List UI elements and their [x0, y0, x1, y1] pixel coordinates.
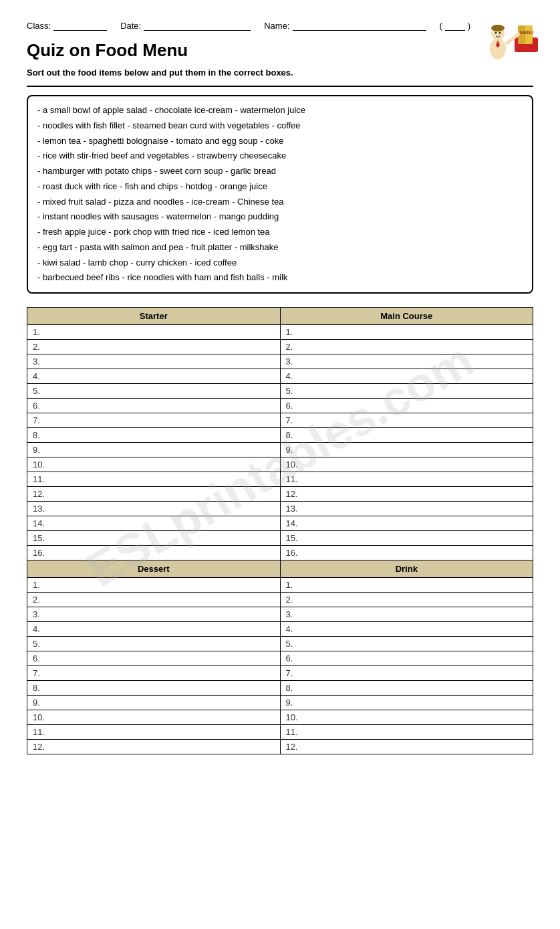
date-field: Date: [120, 20, 251, 31]
svg-point-8 [499, 32, 501, 34]
starter-row[interactable]: 12. [27, 487, 281, 502]
starter-row[interactable]: 9. [27, 443, 281, 457]
main-course-row[interactable]: 3. [280, 354, 533, 369]
dessert-row[interactable]: 4. [27, 622, 281, 637]
main-course-row[interactable]: 11. [280, 472, 533, 487]
dessert-row[interactable]: 5. [27, 637, 281, 651]
starter-row[interactable]: 2. [27, 340, 281, 354]
dessert-row[interactable]: 9. [27, 696, 281, 710]
main-course-row[interactable]: 6. [280, 399, 533, 413]
starter-row[interactable]: 10. [27, 457, 281, 472]
drink-header: Drink [280, 560, 533, 578]
name-underline [293, 20, 426, 31]
food-row-4: - rice with stir-fried beef and vegetabl… [37, 148, 523, 164]
class-label: Class: [27, 21, 51, 31]
dessert-row[interactable]: 8. [27, 681, 281, 696]
main-course-row[interactable]: 7. [280, 413, 533, 428]
drink-row[interactable]: 1. [280, 578, 533, 593]
dessert-row[interactable]: 2. [27, 593, 281, 607]
starter-row[interactable]: 6. [27, 399, 281, 413]
starter-row[interactable]: 8. [27, 428, 281, 443]
drink-row[interactable]: 3. [280, 607, 533, 622]
main-course-row[interactable]: 10. [280, 457, 533, 472]
main-course-row[interactable]: 9. [280, 443, 533, 457]
food-row-6: - roast duck with rice - fish and chips … [37, 179, 523, 195]
main-course-row[interactable]: 13. [280, 502, 533, 516]
drink-row[interactable]: 7. [280, 666, 533, 681]
svg-point-7 [495, 32, 497, 34]
drink-row[interactable]: 4. [280, 622, 533, 637]
page-title: Quiz on Food Menu [27, 40, 533, 61]
drink-row[interactable]: 5. [280, 637, 533, 651]
food-row-12: - barbecued beef ribs - rice noodles wit… [37, 270, 523, 286]
starter-row[interactable]: 5. [27, 384, 281, 399]
dessert-row[interactable]: 10. [27, 710, 281, 725]
drink-row[interactable]: 10. [280, 710, 533, 725]
score-field: ( ) [440, 20, 471, 31]
starter-row[interactable]: 7. [27, 413, 281, 428]
starter-row[interactable]: 13. [27, 502, 281, 516]
main-course-row[interactable]: 1. [280, 325, 533, 340]
name-label: Name: [264, 21, 289, 31]
paren-close: ) [468, 21, 470, 31]
name-field: Name: [264, 20, 426, 31]
food-row-5: - hamburger with potato chips - sweet co… [37, 164, 523, 179]
starter-row[interactable]: 4. [27, 369, 281, 384]
food-items-box: - a small bowl of apple salad - chocolat… [27, 95, 533, 294]
quiz-table: Starter Main Course 1.1.2.2.3.3.4.4.5.5.… [27, 307, 533, 754]
dessert-row[interactable]: 7. [27, 666, 281, 681]
starter-row[interactable]: 14. [27, 516, 281, 531]
drink-row[interactable]: 12. [280, 740, 533, 754]
drink-row[interactable]: 2. [280, 593, 533, 607]
score-underline [445, 20, 465, 31]
starter-row[interactable]: 1. [27, 325, 281, 340]
main-course-row[interactable]: 12. [280, 487, 533, 502]
starter-row[interactable]: 11. [27, 472, 281, 487]
class-underline [53, 20, 107, 31]
starter-row[interactable]: 3. [27, 354, 281, 369]
drink-row[interactable]: 9. [280, 696, 533, 710]
main-course-header: Main Course [280, 308, 533, 325]
main-course-row[interactable]: 16. [280, 546, 533, 560]
food-row-7: - mixed fruit salad - pizza and noodles … [37, 195, 523, 210]
main-course-row[interactable]: 14. [280, 516, 533, 531]
food-row-10: - egg tart - pasta with salmon and pea -… [37, 240, 523, 255]
food-row-9: - fresh apple juice - pork chop with fri… [37, 225, 523, 240]
drink-row[interactable]: 11. [280, 725, 533, 740]
instruction: Sort out the food items below and put th… [27, 68, 533, 78]
food-row-2: - noodles with fish fillet - steamed bea… [37, 118, 523, 134]
svg-point-6 [491, 25, 505, 31]
svg-text:MENU: MENU [520, 30, 534, 35]
main-course-row[interactable]: 15. [280, 531, 533, 546]
food-row-11: - kiwi salad - lamb chop - curry chicken… [37, 255, 523, 271]
dessert-row[interactable]: 12. [27, 740, 281, 754]
dessert-row[interactable]: 11. [27, 725, 281, 740]
waiter-illustration: MENU [478, 12, 541, 69]
main-course-row[interactable]: 2. [280, 340, 533, 354]
drink-row[interactable]: 6. [280, 651, 533, 666]
drink-row[interactable]: 8. [280, 681, 533, 696]
food-row-1: - a small bowl of apple salad - chocolat… [37, 103, 523, 118]
starter-header: Starter [27, 308, 281, 325]
date-label: Date: [120, 21, 141, 31]
paren-open: ( [440, 21, 442, 31]
dessert-header: Dessert [27, 560, 281, 578]
dessert-row[interactable]: 6. [27, 651, 281, 666]
main-course-row[interactable]: 4. [280, 369, 533, 384]
dessert-row[interactable]: 3. [27, 607, 281, 622]
food-row-8: - instant noodles with sausages - waterm… [37, 209, 523, 225]
main-course-row[interactable]: 8. [280, 428, 533, 443]
food-row-3: - lemon tea - spaghetti bolognaise - tom… [37, 134, 523, 149]
date-underline [144, 20, 251, 31]
main-course-row[interactable]: 5. [280, 384, 533, 399]
starter-row[interactable]: 16. [27, 546, 281, 560]
header: Class: Date: Name: ( ) [27, 20, 533, 31]
starter-row[interactable]: 15. [27, 531, 281, 546]
dessert-row[interactable]: 1. [27, 578, 281, 593]
class-field: Class: [27, 20, 107, 31]
